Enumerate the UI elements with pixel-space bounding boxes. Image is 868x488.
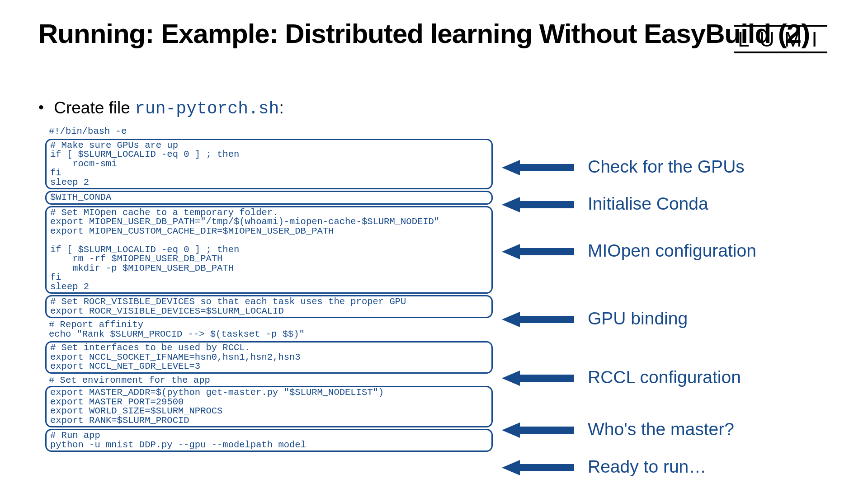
svg-marker-4	[502, 371, 574, 386]
svg-marker-6	[502, 460, 574, 475]
code-block-rccl: # Set interfaces to be used by RCCL. exp…	[45, 341, 493, 374]
code-block-gpu-check: # Make sure GPUs are up if [ $SLURM_LOCA…	[45, 139, 493, 190]
bullet-suffix: :	[279, 99, 283, 117]
annotation-run: Ready to run…	[588, 457, 706, 477]
annotation-conda: Initialise Conda	[588, 194, 708, 214]
code-block-run: # Run app python -u mnist_DDP.py --gpu -…	[45, 429, 493, 452]
lumi-logo: LUMI	[734, 25, 827, 53]
annotation-rccl: RCCL configuration	[588, 367, 741, 387]
bullet-filename: run-pytorch.sh	[135, 99, 279, 118]
code-column: #!/bin/bash -e # Make sure GPUs are up i…	[45, 125, 493, 452]
annotation-miopen: MIOpen configuration	[588, 241, 756, 261]
code-affinity: # Report affinity echo "Rank $SLURM_PROC…	[45, 319, 493, 340]
annotation-master: Who's the master?	[588, 419, 734, 439]
code-env-header: # Set environment for the app	[45, 375, 493, 386]
code-block-conda: $WITH_CONDA	[45, 191, 493, 205]
svg-marker-1	[502, 197, 574, 212]
arrow-icon	[502, 244, 574, 259]
arrow-icon	[502, 460, 574, 475]
arrow-icon	[502, 422, 574, 438]
annotation-gpu-check: Check for the GPUs	[588, 157, 745, 177]
annotation-gpu-binding: GPU binding	[588, 309, 688, 328]
arrow-icon	[502, 160, 574, 175]
bullet-prefix: Create file	[54, 99, 135, 117]
code-block-master: export MASTER_ADDR=$(python get-master.p…	[45, 386, 493, 427]
arrow-icon	[502, 371, 574, 386]
code-block-gpu-binding: # Set ROCR_VISIBLE_DEVICES so that each …	[45, 295, 493, 318]
arrow-icon	[502, 197, 574, 212]
svg-marker-2	[502, 244, 574, 259]
arrow-icon	[502, 312, 574, 327]
svg-marker-0	[502, 160, 574, 175]
bullet-line: • Create file run-pytorch.sh:	[38, 99, 284, 118]
page-title: Running: Example: Distributed learning W…	[38, 18, 810, 49]
bullet-dot: •	[38, 99, 44, 116]
svg-marker-5	[502, 422, 574, 438]
code-shebang: #!/bin/bash -e	[45, 126, 493, 137]
svg-marker-3	[502, 312, 574, 327]
code-block-miopen: # Set MIOpen cache to a temporary folder…	[45, 206, 493, 294]
